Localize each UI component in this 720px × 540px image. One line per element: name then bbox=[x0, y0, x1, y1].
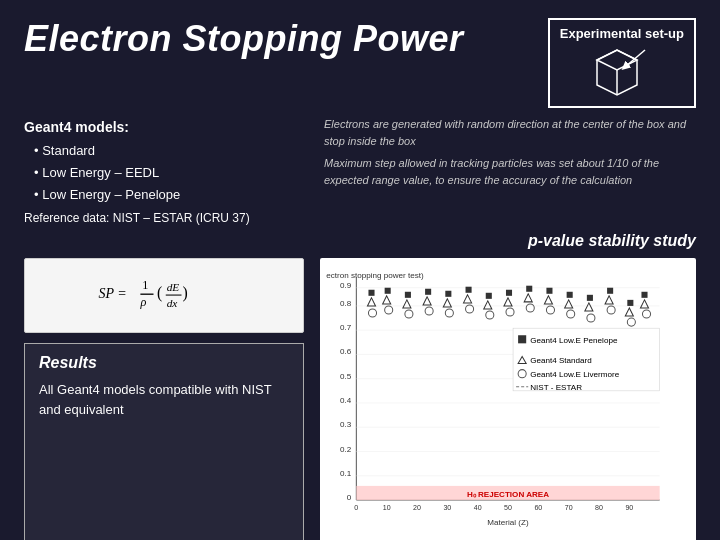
info-section: Geant4 models: Standard Low Energy – EED… bbox=[0, 116, 720, 228]
exp-setup-label: Experimental set-up bbox=[560, 26, 684, 41]
svg-rect-77 bbox=[607, 288, 613, 294]
svg-text:0.1: 0.1 bbox=[340, 469, 352, 478]
svg-rect-76 bbox=[587, 295, 593, 301]
main-content: SP = 1 ρ ( dE dx ) Results All Geant4 mo… bbox=[0, 250, 720, 540]
cube-diagram bbox=[587, 45, 657, 100]
svg-text:20: 20 bbox=[413, 505, 421, 512]
header: Electron Stopping Power Experimental set… bbox=[0, 0, 720, 116]
svg-text:Geant4 Standard: Geant4 Standard bbox=[530, 356, 592, 365]
description-column: Electrons are generated with random dire… bbox=[324, 116, 696, 228]
svg-rect-70 bbox=[466, 287, 472, 293]
svg-text:30: 30 bbox=[443, 505, 451, 512]
svg-rect-69 bbox=[445, 291, 451, 297]
svg-marker-1 bbox=[597, 50, 637, 70]
svg-text:H₀ REJECTION AREA: H₀ REJECTION AREA bbox=[467, 490, 549, 499]
svg-rect-72 bbox=[506, 290, 512, 296]
svg-rect-74 bbox=[546, 288, 552, 294]
svg-rect-68 bbox=[425, 289, 431, 295]
svg-text:60: 60 bbox=[534, 505, 542, 512]
svg-text:10: 10 bbox=[383, 505, 391, 512]
svg-text:NIST - ESTAR: NIST - ESTAR bbox=[530, 383, 582, 392]
svg-text:80: 80 bbox=[595, 505, 603, 512]
list-item: Low Energy – EEDL bbox=[34, 162, 304, 184]
svg-rect-79 bbox=[641, 292, 647, 298]
models-list: Standard Low Energy – EEDL Low Energy – … bbox=[24, 140, 304, 206]
svg-text:40: 40 bbox=[474, 505, 482, 512]
slide: Electron Stopping Power Experimental set… bbox=[0, 0, 720, 540]
svg-rect-73 bbox=[526, 286, 532, 292]
results-box: Results All Geant4 models compatible wit… bbox=[24, 343, 304, 540]
formula-svg: SP = 1 ρ ( dE dx ) bbox=[94, 268, 234, 323]
svg-text:0: 0 bbox=[347, 494, 352, 503]
svg-rect-78 bbox=[627, 300, 633, 306]
svg-rect-65 bbox=[368, 290, 374, 296]
svg-text:SP =: SP = bbox=[98, 286, 126, 301]
svg-text:50: 50 bbox=[504, 505, 512, 512]
models-column: Geant4 models: Standard Low Energy – EED… bbox=[24, 116, 304, 228]
svg-text:0.6: 0.6 bbox=[340, 348, 352, 357]
svg-rect-75 bbox=[567, 292, 573, 298]
svg-text:dE: dE bbox=[167, 281, 180, 293]
list-item: Low Energy – Penelope bbox=[34, 184, 304, 206]
svg-text:0.4: 0.4 bbox=[340, 396, 352, 405]
list-item: Standard bbox=[34, 140, 304, 162]
svg-rect-96 bbox=[518, 336, 526, 344]
slide-title: Electron Stopping Power bbox=[24, 18, 464, 60]
exp-setup-box: Experimental set-up bbox=[548, 18, 696, 108]
svg-text:Geant4 Low.E Penelope: Geant4 Low.E Penelope bbox=[530, 337, 618, 346]
svg-text:70: 70 bbox=[565, 505, 573, 512]
svg-text:dx: dx bbox=[167, 298, 178, 310]
results-title: Results bbox=[39, 354, 289, 372]
svg-text:): ) bbox=[182, 284, 187, 302]
svg-text:0.5: 0.5 bbox=[340, 372, 352, 381]
svg-text:90: 90 bbox=[625, 505, 633, 512]
svg-text:0.9: 0.9 bbox=[340, 281, 352, 290]
models-heading: Geant4 models: bbox=[24, 116, 304, 140]
svg-text:(: ( bbox=[157, 284, 162, 302]
svg-text:0.8: 0.8 bbox=[340, 299, 352, 308]
svg-text:p value (electron stopping pow: p value (electron stopping power test) bbox=[326, 271, 424, 280]
pvalue-stability-label: p-value stability study bbox=[0, 232, 720, 250]
svg-text:1: 1 bbox=[142, 278, 148, 292]
svg-line-3 bbox=[625, 50, 645, 67]
svg-text:Geant4 Low.E Livermore: Geant4 Low.E Livermore bbox=[530, 370, 619, 379]
svg-text:0.3: 0.3 bbox=[340, 421, 352, 430]
svg-text:0.7: 0.7 bbox=[340, 324, 352, 333]
description-text-2: Maximum step allowed in tracking particl… bbox=[324, 155, 696, 188]
svg-rect-67 bbox=[405, 292, 411, 298]
svg-text:Material (Z): Material (Z) bbox=[487, 519, 529, 528]
svg-text:0: 0 bbox=[354, 505, 358, 512]
svg-text:ρ: ρ bbox=[139, 296, 146, 310]
chart-svg: 0 0.1 0.2 0.3 0.4 0.5 0.6 0.7 0.8 0.9 p … bbox=[326, 264, 690, 540]
chart-panel: 0 0.1 0.2 0.3 0.4 0.5 0.6 0.7 0.8 0.9 p … bbox=[320, 258, 696, 540]
svg-rect-66 bbox=[385, 288, 391, 294]
description-text-1: Electrons are generated with random dire… bbox=[324, 116, 696, 149]
formula-box: SP = 1 ρ ( dE dx ) bbox=[24, 258, 304, 333]
svg-text:0.2: 0.2 bbox=[340, 445, 352, 454]
svg-rect-71 bbox=[486, 293, 492, 299]
results-text: All Geant4 models compatible with NIST a… bbox=[39, 380, 289, 419]
left-panel: SP = 1 ρ ( dE dx ) Results All Geant4 mo… bbox=[24, 258, 304, 540]
reference-line: Reference data: NIST – ESTAR (ICRU 37) bbox=[24, 208, 304, 228]
